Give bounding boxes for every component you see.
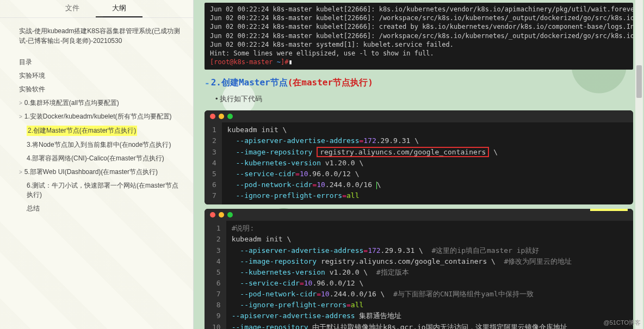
scrollbar[interactable] bbox=[635, 0, 643, 329]
outline-item[interactable]: >5.部署Web UI(Dashboard)(在master节点执行) bbox=[19, 165, 182, 179]
outline-item-label: 实验软件 bbox=[19, 85, 45, 94]
scrollbar-thumb[interactable] bbox=[636, 65, 642, 98]
outline-item[interactable]: 实验软件 bbox=[19, 83, 182, 96]
heading-red: (在master节点执行) bbox=[288, 77, 373, 89]
code-block-1: 1234567kubeadm init \ --apiserver-advert… bbox=[205, 110, 633, 204]
dot-red-icon bbox=[210, 212, 215, 218]
dot-yellow-icon bbox=[219, 114, 224, 119]
outline-item[interactable]: 实验环境 bbox=[19, 69, 182, 83]
outline-item-label: 目录 bbox=[19, 58, 32, 67]
outline-item[interactable]: >1.安装Docker/kubeadm/kubelet(所有节点均要配置) bbox=[19, 110, 182, 123]
outline-item[interactable]: 目录 bbox=[19, 55, 182, 69]
tab-outline[interactable]: 大纲 bbox=[96, 0, 143, 17]
outline-item[interactable]: >0.集群环境配置(all节点均要配置) bbox=[19, 96, 182, 110]
chevron-right-icon: > bbox=[19, 114, 22, 120]
outline-item-label: 6.测试：牛刀小试，快速部署一个网站(在master节点执行) bbox=[27, 181, 182, 200]
chevron-right-icon: > bbox=[19, 100, 22, 106]
tabs: 文件 大纲 bbox=[0, 0, 193, 18]
outline-item[interactable]: 2.创建Master节点(在master节点执行) bbox=[19, 123, 182, 138]
outline-item-label: 1.安装Docker/kubeadm/kubelet(所有节点均要配置) bbox=[24, 112, 172, 121]
code-block-2: bash 123456789101112#说明:kubeadm init \ -… bbox=[205, 209, 633, 329]
doc-title: 实战-使用kubeadm搭建K8S容器集群管理系统(已成功测试-已博客输出-阿良… bbox=[19, 26, 182, 46]
outline-item-label: 0.集群环境配置(all节点均要配置) bbox=[24, 98, 119, 108]
outline-panel: 实战-使用kubeadm搭建K8S容器集群管理系统(已成功测试-已博客输出-阿良… bbox=[0, 18, 193, 215]
dot-red-icon bbox=[210, 114, 215, 119]
heading-blue: 2.创建Master节点 bbox=[211, 77, 288, 89]
chevron-right-icon: > bbox=[19, 169, 22, 175]
outline-item-label: 4.部署容器网络(CNI)-Calico(在master节点执行) bbox=[27, 154, 164, 163]
section-heading: - 2.创建Master节点 (在master节点执行) bbox=[205, 77, 633, 89]
outline-item[interactable]: 6.测试：牛刀小试，快速部署一个网站(在master节点执行) bbox=[19, 179, 182, 202]
outline-item[interactable]: 3.将Node节点加入到当前集群中(在node节点执行) bbox=[19, 138, 182, 152]
dot-yellow-icon bbox=[219, 212, 224, 218]
outline-item[interactable]: 总结 bbox=[19, 202, 182, 215]
outline-item-label: 实验环境 bbox=[19, 71, 45, 80]
dot-green-icon bbox=[227, 212, 233, 218]
main-content: Jun 02 00:22:24 k8s-master kubelet[22666… bbox=[194, 0, 644, 329]
bullet-text: 执行如下代码 bbox=[215, 94, 633, 104]
outline-item-label: 总结 bbox=[27, 204, 40, 213]
outline-item-label: 5.部署Web UI(Dashboard)(在master节点执行) bbox=[24, 167, 158, 177]
terminal-output: Jun 02 00:22:24 k8s-master kubelet[22666… bbox=[205, 3, 633, 70]
tab-file[interactable]: 文件 bbox=[49, 0, 96, 17]
outline-item-label: 2.创建Master节点(在master节点执行) bbox=[27, 126, 137, 136]
outline-item-label: 3.将Node节点加入到当前集群中(在node节点执行) bbox=[27, 140, 171, 150]
watermark: @51CTO博客 bbox=[604, 319, 641, 327]
language-tag: bash bbox=[590, 209, 628, 211]
sidebar: 文件 大纲 实战-使用kubeadm搭建K8S容器集群管理系统(已成功测试-已博… bbox=[0, 0, 194, 329]
dot-green-icon bbox=[227, 114, 233, 119]
outline-item[interactable]: 4.部署容器网络(CNI)-Calico(在master节点执行) bbox=[19, 152, 182, 165]
heading-dash: - bbox=[205, 78, 210, 88]
